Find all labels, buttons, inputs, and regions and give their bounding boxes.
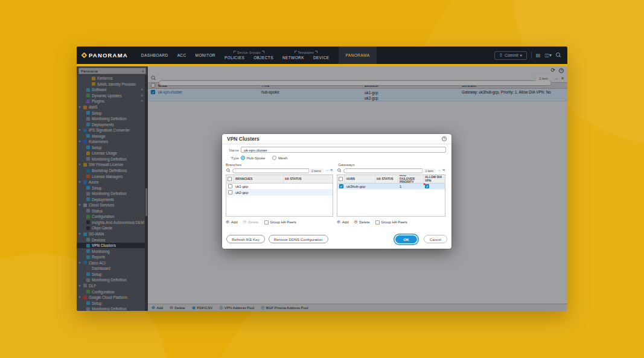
- sidebar-item-setup[interactable]: Setup: [77, 145, 145, 151]
- cluster-name-link[interactable]: uk-vpn-cluster: [158, 90, 182, 94]
- chevron-down-icon[interactable]: ▼: [78, 163, 81, 166]
- chevron-down-icon[interactable]: ▼: [78, 296, 81, 299]
- sidebar-item-license-usage[interactable]: License Usage: [77, 150, 145, 156]
- branch-row[interactable]: uk2-gcp: [226, 190, 333, 196]
- chevron-down-icon[interactable]: ▼: [78, 140, 81, 143]
- sidebar-item-manage[interactable]: Manage: [77, 133, 145, 139]
- sidebar-item-azure[interactable]: ▼Azure: [77, 179, 145, 185]
- cancel-button[interactable]: Cancel: [424, 235, 447, 243]
- sidebar-item-dlp[interactable]: ▼DLP: [77, 283, 145, 289]
- tab-device[interactable]: DEVICE: [313, 56, 330, 60]
- sidebar-item-monitoring-definition[interactable]: Monitoring Definition: [77, 156, 145, 162]
- sidebar-item-configuration[interactable]: Configuration: [77, 214, 145, 220]
- remove-ddns-configuration-button[interactable]: Remove DDNS Configuration: [269, 235, 328, 243]
- sidebar-item-devices[interactable]: Devices: [77, 237, 145, 243]
- row-checkbox[interactable]: [228, 190, 232, 194]
- column-header-ha-status[interactable]: HA STATUS: [284, 175, 333, 183]
- sidebar-item-software[interactable]: Software+: [77, 87, 145, 93]
- sidebar-item-sd-wan[interactable]: ▼SD-WAN: [77, 231, 145, 237]
- column-header-ha-status[interactable]: HA STATUS: [375, 175, 398, 183]
- sidebar-item-license-managers[interactable]: License Managers: [77, 173, 145, 179]
- tab-monitor[interactable]: MONITOR: [196, 53, 215, 57]
- next-page-arrow-icon[interactable]: →: [554, 76, 558, 80]
- chevron-down-icon[interactable]: ▼: [78, 284, 81, 287]
- sidebar-item-monitoring-definition[interactable]: Monitoring Definition: [77, 191, 145, 197]
- sidebar-item-configuration[interactable]: Configuration: [77, 289, 145, 295]
- type-option-mesh[interactable]: Mesh: [272, 156, 287, 160]
- tab-panorama[interactable]: PANORAMA: [339, 46, 377, 64]
- sidebar-item-kerberos[interactable]: Kerberos: [77, 75, 145, 82]
- chevron-down-icon[interactable]: ▼: [78, 261, 81, 264]
- search-icon[interactable]: [556, 53, 561, 58]
- add-button[interactable]: ⊕ Add: [226, 220, 237, 225]
- group-ha-peers-checkbox[interactable]: Group HA Peers: [375, 220, 407, 225]
- sidebar-item-dynamic-updates[interactable]: Dynamic Updates+: [77, 93, 145, 99]
- context-selector[interactable]: Panorama ▾: [78, 68, 146, 74]
- sidebar-item-monitoring[interactable]: Monitoring: [77, 248, 145, 254]
- tab-objects[interactable]: OBJECTS: [253, 56, 273, 60]
- refresh-ike-key-button[interactable]: Refresh IKE Key: [226, 235, 265, 243]
- refresh-icon[interactable]: ⟳: [550, 68, 555, 73]
- bgp-prisma-address-pool-button[interactable]: ◎BGP Prisma Address Pool: [261, 305, 308, 310]
- column-header-branches[interactable]: BRANCHES: [234, 175, 284, 183]
- sidebar-item-deployments[interactable]: Deployments: [77, 121, 145, 127]
- tab-acc[interactable]: ACC: [177, 53, 187, 57]
- sidebar-item-ips-signature-converter[interactable]: ▼IPS Signature Converter: [77, 127, 145, 133]
- chevron-down-icon[interactable]: ▼: [78, 203, 81, 206]
- close-icon[interactable]: ✕: [330, 168, 333, 173]
- sidebar-item-plugins[interactable]: Plugins+: [77, 98, 145, 104]
- save-config-icon[interactable]: ◫▾: [544, 53, 552, 58]
- sidebar-item-vpn-clusters[interactable]: VPN Clusters: [77, 243, 145, 249]
- delete-button[interactable]: ⊖Delete: [170, 305, 185, 310]
- column-header-hub-failover-priority[interactable]: HUB FAILOVER PRIORITY: [398, 175, 424, 183]
- select-all-checkbox[interactable]: [151, 83, 155, 88]
- row-checkbox[interactable]: [228, 184, 232, 188]
- sidebar-item-kubernetes[interactable]: ▼Kubernetes: [77, 139, 145, 145]
- sidebar-item-sw-firewall-license[interactable]: ▼SW Firewall License: [77, 162, 145, 168]
- group-ha-peers-checkbox[interactable]: Group HA Peers: [264, 220, 296, 225]
- name-field[interactable]: [241, 147, 446, 153]
- column-header-hubs[interactable]: HUBS: [345, 175, 375, 183]
- sidebar-item-cloud-services[interactable]: ▼Cloud Services: [77, 202, 145, 208]
- delete-button[interactable]: ⊖ Delete: [243, 220, 258, 225]
- close-icon[interactable]: ✕: [442, 168, 445, 173]
- row-checkbox[interactable]: [339, 184, 343, 188]
- type-option-hub-spoke[interactable]: Hub-Spoke: [241, 156, 265, 160]
- column-header-allow-dia-vpn[interactable]: ALLOW DIA VPN: [424, 175, 445, 183]
- sidebar-item-setup[interactable]: Setup: [77, 185, 145, 191]
- add-button[interactable]: ⊕ Add: [337, 220, 348, 225]
- tab-network[interactable]: NETWORK: [282, 56, 304, 60]
- vpn-address-pool-button[interactable]: ◎VPN Address Pool: [219, 305, 254, 310]
- expand-plus-icon[interactable]: +: [141, 88, 143, 92]
- sidebar-item-dashboard[interactable]: Dashboard: [77, 266, 145, 272]
- sidebar-item-aws[interactable]: ▼AWS: [77, 104, 145, 110]
- allow-dia-vpn-checkbox[interactable]: [425, 184, 429, 188]
- chevron-down-icon[interactable]: ▼: [78, 181, 81, 184]
- commit-button[interactable]: ⇧ Commit ▾: [494, 51, 527, 60]
- tab-policies[interactable]: POLICIES: [225, 56, 244, 60]
- sidebar-item-saml-identity-provider[interactable]: SAML Identity Provider: [77, 82, 145, 88]
- scrollbar-thumb[interactable]: [145, 188, 147, 216]
- sidebar-item-status[interactable]: Status: [77, 208, 145, 214]
- tasks-icon[interactable]: ▤: [536, 53, 541, 58]
- expand-plus-icon[interactable]: +: [141, 99, 143, 103]
- select-all-checkbox[interactable]: [339, 177, 343, 181]
- sidebar-item-okyo-garde[interactable]: Okyo Garde: [77, 225, 145, 231]
- delete-button[interactable]: ⊖ Delete: [354, 220, 369, 225]
- chevron-down-icon[interactable]: ▼: [78, 232, 81, 235]
- chevron-down-icon[interactable]: ▼: [78, 129, 81, 132]
- sidebar-item-google-cloud-platform[interactable]: ▼Google Cloud Platform: [77, 295, 145, 301]
- select-all-checkbox[interactable]: [228, 177, 232, 181]
- close-icon[interactable]: ✕: [561, 76, 564, 80]
- next-page-arrow-icon[interactable]: →: [325, 168, 329, 173]
- next-page-arrow-icon[interactable]: →: [437, 168, 441, 173]
- sidebar-item-monitoring-definition[interactable]: Monitoring Definition: [77, 277, 145, 283]
- sidebar-item-reports[interactable]: Reports: [77, 254, 145, 260]
- row-checkbox[interactable]: [151, 90, 155, 94]
- branch-row[interactable]: uk1-gcp: [226, 184, 333, 190]
- sidebar-item-cisco-aci[interactable]: ▼Cisco ACI: [77, 260, 145, 266]
- chevron-down-icon[interactable]: ▼: [78, 106, 81, 109]
- sidebar-item-setup[interactable]: Setup: [77, 110, 145, 116]
- sidebar-item-monitoring-definition[interactable]: Monitoring Definition: [77, 116, 145, 122]
- sidebar-item-deployments[interactable]: Deployments: [77, 196, 145, 202]
